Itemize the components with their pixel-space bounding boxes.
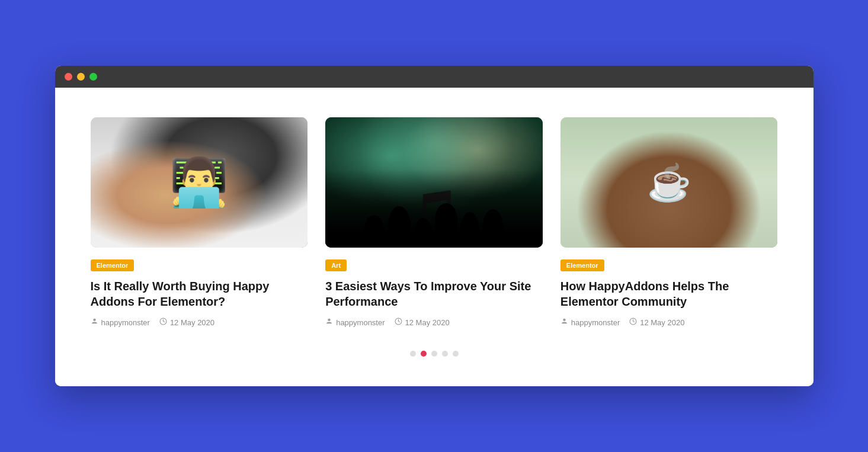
browser-titlebar bbox=[55, 66, 813, 88]
card-2-category[interactable]: Art bbox=[325, 259, 347, 271]
card-1-date: 12 May 2020 bbox=[159, 318, 214, 327]
card-2-date-value: 12 May 2020 bbox=[405, 318, 450, 327]
card-3-image bbox=[560, 117, 778, 248]
svg-point-4 bbox=[563, 319, 565, 321]
browser-window: Elementor Is It Really Worth Buying Happ… bbox=[55, 66, 813, 386]
browser-minimize-dot[interactable] bbox=[77, 73, 85, 81]
browser-content: Elementor Is It Really Worth Buying Happ… bbox=[55, 88, 813, 386]
user-icon-2 bbox=[325, 318, 333, 327]
browser-maximize-dot[interactable] bbox=[89, 73, 97, 81]
browser-close-dot[interactable] bbox=[65, 73, 72, 81]
card-2-author: happymonster bbox=[325, 318, 385, 327]
clock-icon-2 bbox=[395, 318, 402, 327]
pagination-dot-5[interactable] bbox=[453, 351, 459, 357]
card-2-date: 12 May 2020 bbox=[395, 318, 450, 327]
card-3-date: 12 May 2020 bbox=[629, 318, 684, 327]
card-1-author: happymonster bbox=[91, 318, 150, 327]
card-2-image bbox=[325, 117, 543, 248]
card-2-meta: happymonster 12 May 2020 bbox=[325, 318, 543, 327]
card-1-category[interactable]: Elementor bbox=[91, 259, 134, 271]
silhouette-3 bbox=[414, 218, 432, 245]
card-3-date-value: 12 May 2020 bbox=[640, 318, 684, 327]
silhouette-6 bbox=[482, 209, 504, 245]
card-1-title[interactable]: Is It Really Worth Buying Happy Addons F… bbox=[91, 278, 308, 309]
clock-icon-3 bbox=[629, 318, 637, 327]
user-icon-3 bbox=[560, 318, 568, 327]
cards-grid: Elementor Is It Really Worth Buying Happ… bbox=[91, 117, 778, 327]
card-1: Elementor Is It Really Worth Buying Happ… bbox=[91, 117, 308, 327]
svg-point-2 bbox=[328, 319, 330, 321]
card-1-date-value: 12 May 2020 bbox=[170, 318, 214, 327]
svg-point-0 bbox=[93, 319, 95, 321]
silhouette-5 bbox=[460, 212, 479, 245]
silhouette-1 bbox=[364, 215, 385, 245]
card-3-title[interactable]: How HappyAddons Helps The Elementor Comm… bbox=[560, 278, 778, 309]
pagination bbox=[91, 351, 778, 363]
pagination-dot-4[interactable] bbox=[442, 351, 448, 357]
silhouette-2 bbox=[387, 206, 411, 245]
user-icon bbox=[91, 318, 98, 327]
silhouette-4 bbox=[435, 203, 457, 245]
card-1-author-name: happymonster bbox=[101, 318, 150, 327]
pagination-dot-3[interactable] bbox=[431, 351, 437, 357]
card-3-category[interactable]: Elementor bbox=[560, 259, 604, 271]
card-3-meta: happymonster 12 May 2020 bbox=[560, 318, 778, 327]
pagination-dot-1[interactable] bbox=[410, 351, 416, 357]
card-2-author-name: happymonster bbox=[336, 318, 385, 327]
card-2: Art 3 Easiest Ways To Improve Your Site … bbox=[325, 117, 543, 327]
pagination-dot-2[interactable] bbox=[421, 351, 427, 357]
card-3: Elementor How HappyAddons Helps The Elem… bbox=[560, 117, 778, 327]
card-3-author-name: happymonster bbox=[571, 318, 620, 327]
card-3-author: happymonster bbox=[560, 318, 620, 327]
card-1-image bbox=[91, 117, 308, 248]
clock-icon bbox=[159, 318, 167, 327]
card-2-title[interactable]: 3 Easiest Ways To Improve Your Site Perf… bbox=[325, 278, 543, 309]
card-1-meta: happymonster 12 May 2020 bbox=[91, 318, 308, 327]
concert-silhouettes bbox=[325, 169, 543, 248]
